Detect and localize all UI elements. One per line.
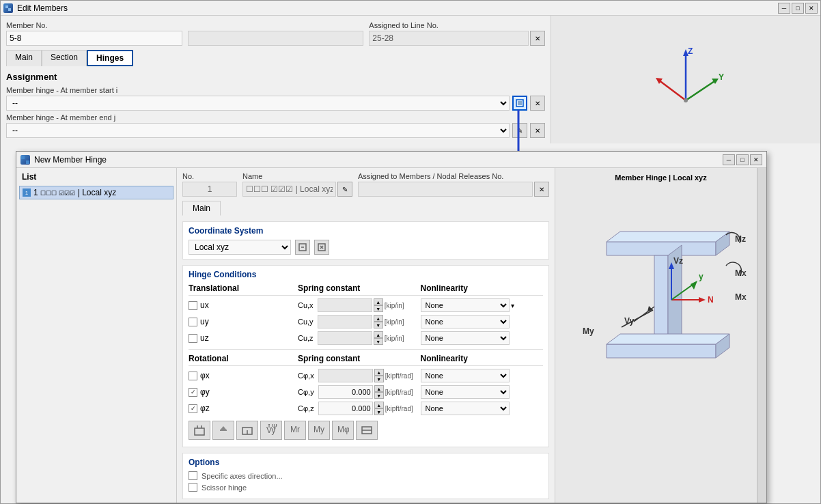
main-title-bar: Edit Members ─ □ ✕ (1, 1, 820, 16)
sub-close-btn[interactable]: ✕ (750, 154, 762, 165)
uz-checkbox[interactable] (189, 334, 197, 343)
uy-spring-input[interactable] (318, 315, 372, 328)
tab-main[interactable]: Main (6, 50, 42, 66)
assigned-group: Assigned to Line No. ✕ (369, 21, 545, 46)
sub-maximize-btn[interactable]: □ (736, 154, 749, 165)
main-tab[interactable]: Main (182, 201, 221, 216)
icon-bar-btn-5[interactable]: Mr (284, 421, 306, 440)
sub-minimize-btn[interactable]: ─ (723, 154, 735, 165)
options-title: Options (189, 458, 543, 467)
uy-checkbox[interactable] (189, 318, 197, 326)
coord-select[interactable]: Local xyz (189, 240, 291, 255)
sub-dialog-body: List 1 1 ☐☐☐ ☑☑☑ | Local xyz (16, 168, 766, 503)
right-viz-panel: Member Hinge | Local xyz (555, 168, 766, 503)
ux-checkbox[interactable] (189, 301, 197, 310)
hinge-start-edit-btn[interactable] (512, 96, 527, 111)
specific-axes-checkbox[interactable] (189, 471, 197, 480)
svg-rect-22 (195, 428, 204, 435)
ux-left: ux (189, 300, 298, 310)
name-field-group: Name ✎ (242, 172, 352, 197)
tab-section[interactable]: Section (42, 50, 87, 66)
phiy-checkbox[interactable] (189, 388, 197, 397)
phix-spin-up[interactable]: ▲ (374, 369, 384, 376)
right-scrollbar[interactable] (757, 168, 766, 503)
icon-bar-btn-2[interactable] (212, 421, 234, 440)
icon-bar-btn-3[interactable] (236, 421, 258, 440)
tab-hinges[interactable]: Hinges (87, 50, 133, 66)
ux-spin-down[interactable]: ▼ (374, 305, 383, 312)
phix-spin-down[interactable]: ▼ (374, 376, 384, 382)
coord-btn-2[interactable] (314, 240, 329, 255)
name-input[interactable] (242, 182, 336, 197)
icon-bar-btn-4[interactable]: VyYφ,z (260, 421, 282, 440)
uz-spring-input[interactable] (318, 331, 372, 345)
svg-text:Vz: Vz (673, 256, 683, 266)
svg-rect-3 (518, 101, 522, 105)
uz-spin-down[interactable]: ▼ (374, 338, 383, 345)
center-top: No. Name ✎ Assigned to Members / Nodal R… (182, 172, 549, 197)
hinge-end-clear-btn[interactable]: ✕ (530, 123, 545, 138)
no-input[interactable] (182, 182, 237, 197)
hinge-start-dropdown[interactable]: -- (6, 96, 510, 111)
phiz-nonlin-select[interactable]: None (421, 402, 510, 415)
hinge-end-edit-btn[interactable]: ✎ (512, 123, 527, 138)
minimize-button[interactable]: ─ (778, 3, 790, 14)
uy-spin-up[interactable]: ▲ (374, 315, 383, 322)
phix-nonlin-select[interactable]: None (421, 369, 510, 382)
uy-spring-label: Cu,y (298, 318, 314, 326)
uz-nonlin-select[interactable]: None (421, 331, 510, 345)
svg-marker-41 (607, 344, 716, 358)
icon-bar-btn-7[interactable]: Mφ,z (332, 421, 354, 440)
phiz-spin-up[interactable]: ▲ (374, 402, 384, 408)
assigned-clear-btn[interactable]: ✕ (534, 182, 549, 197)
assigned-line-input[interactable] (369, 31, 529, 46)
assigned-members-input[interactable] (358, 182, 533, 197)
member-no-input[interactable] (6, 31, 182, 46)
scissor-hinge-row: Scissor hinge (189, 483, 543, 492)
ux-spin-up[interactable]: ▲ (374, 298, 383, 305)
phiz-checkbox[interactable] (189, 404, 197, 413)
hinge-start-clear-btn[interactable]: ✕ (530, 96, 545, 111)
translational-header: Translational Spring constant Nonlineari… (189, 283, 543, 296)
sub-title-left: New Member Hinge (20, 155, 107, 165)
ux-nonlin-select[interactable]: None (421, 298, 510, 312)
svg-marker-39 (654, 255, 668, 344)
phiz-spin-down[interactable]: ▼ (374, 408, 384, 415)
maximize-button[interactable]: □ (792, 3, 804, 14)
icon-bar-btn-1[interactable] (189, 421, 210, 440)
phix-checkbox[interactable] (189, 372, 197, 380)
uy-spin-down[interactable]: ▼ (374, 322, 383, 328)
nonlinearity-label: Nonlinearity (421, 283, 544, 293)
phiz-spring-input[interactable] (318, 402, 373, 415)
specific-axes-label: Specific axes direction... (201, 472, 283, 480)
assigned-input-row: ✕ (358, 182, 549, 197)
uy-nonlin-select[interactable]: None (421, 315, 510, 328)
coordinate-row: Local xyz (189, 240, 543, 255)
uz-spin-up[interactable]: ▲ (374, 331, 383, 338)
list-item-1[interactable]: 1 1 ☐☐☐ ☑☑☑ | Local xyz (19, 186, 173, 199)
assigned-clear-btn[interactable]: ✕ (530, 31, 545, 46)
phix-row: φx Cφ,x ▲ ▼ [kipft/rad] (189, 369, 543, 382)
icon-bar-btn-8[interactable] (356, 421, 378, 440)
coord-btn-1[interactable] (295, 240, 310, 255)
new-member-hinge-dialog: New Member Hinge ─ □ ✕ List 1 1 ☐☐☐ ☑☑ (16, 151, 767, 503)
ux-spring-input[interactable] (318, 298, 372, 312)
middle-input[interactable] (188, 31, 364, 46)
icon-bar-btn-6[interactable]: My (308, 421, 330, 440)
phiy-spin-down[interactable]: ▼ (374, 392, 384, 399)
hinge-end-dropdown[interactable]: -- (6, 123, 510, 138)
phiy-nonlin-select[interactable]: None (421, 385, 510, 399)
svg-marker-42 (607, 334, 729, 344)
phiy-spring-input[interactable] (318, 385, 373, 399)
svg-line-10 (658, 80, 686, 100)
hinge-end-label: Member hinge - At member end j (6, 113, 545, 122)
scissor-hinge-checkbox[interactable] (189, 483, 197, 492)
phix-spring-input[interactable] (318, 369, 373, 382)
close-button[interactable]: ✕ (805, 3, 818, 14)
options-section: Options Specific axes direction... Sciss… (182, 453, 549, 499)
name-edit-btn[interactable]: ✎ (337, 182, 352, 197)
ibeam-svg: N y Vz Vy (566, 187, 757, 433)
phiy-spin-up[interactable]: ▲ (374, 385, 384, 392)
uz-nonlin-group: None (421, 331, 544, 345)
rotational-label: Rotational (189, 354, 298, 363)
